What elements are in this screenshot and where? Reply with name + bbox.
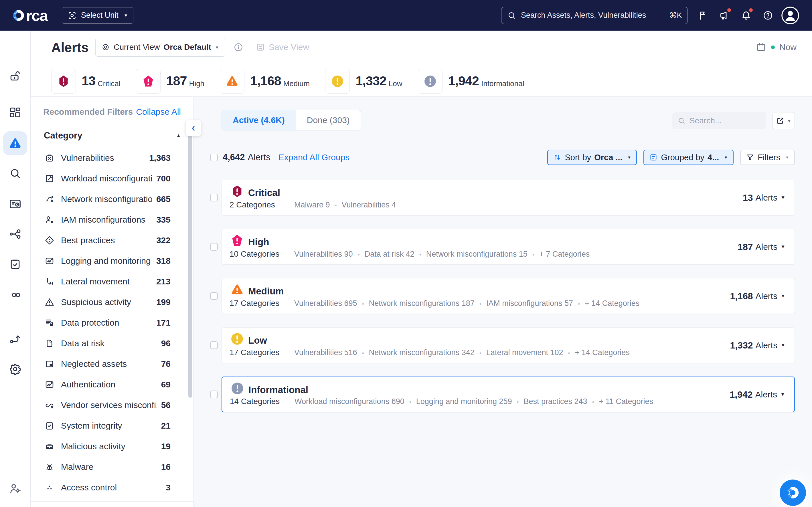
filters-dropdown[interactable]: Filters ▼ [740,150,795,165]
breakdown-more[interactable]: + 7 Categories [528,250,590,259]
orca-logo[interactable]: rca [11,8,48,23]
group-alerts-toggle[interactable]: 13 Alerts ▼ [743,192,786,203]
view-info-button[interactable] [233,42,243,52]
group-card-high[interactable]: High 10 Categories Vulnerabilities 90 Da… [222,229,795,265]
group-checkbox-informational[interactable] [210,391,218,398]
breakdown-more[interactable]: + 11 Categories [587,397,653,406]
group-alerts-toggle[interactable]: 1,168 Alerts ▼ [730,291,786,301]
filter-label: Access control [61,483,117,492]
alerts-search-input[interactable] [689,116,761,126]
group-alerts-toggle[interactable]: 187 Alerts ▼ [738,241,786,252]
filter-access-control[interactable]: Access control 3 [31,477,194,498]
group-card-informational[interactable]: Informational 14 Categories Workload mis… [222,377,795,412]
tab-active[interactable]: Active (4.6K) [222,110,296,130]
filter-iam-misconfigurations[interactable]: IAM misconfigurations 335 [31,210,194,230]
breakdown-item: Best practices 243 [512,397,587,406]
malicious-activity-icon [44,441,55,451]
sidebar-item-account[interactable] [8,482,22,495]
sidebar-item-search[interactable] [8,167,22,180]
group-row-informational: Informational 14 Categories Workload mis… [210,377,795,412]
current-view-dropdown[interactable]: Current View Orca Default ▼ [95,38,225,57]
filter-count: 199 [152,297,171,307]
announcements-button[interactable] [713,5,735,26]
group-checkbox-medium[interactable] [210,292,218,300]
sort-by-dropdown[interactable]: Sort by Orca ... ▼ [547,150,637,165]
chevron-down-icon: ▼ [780,293,786,299]
breakdown-more[interactable]: + 14 Categories [563,348,630,357]
filter-best-practices[interactable]: Best practices 322 [31,230,194,250]
data-at-risk-icon [44,338,55,348]
alert-groups: Critical 2 Categories Malware 9 Vulnerab… [210,180,795,426]
group-row-medium: Medium 17 Categories Vulnerabilities 695… [210,278,795,314]
expand-all-groups-link[interactable]: Expand All Groups [278,153,349,162]
filter-workload-misconfigurations[interactable]: Workload misconfigurati... 700 [31,168,194,189]
group-checkbox-critical[interactable] [210,194,218,202]
filter-lateral-movement[interactable]: Lateral movement 213 [31,271,194,292]
severity-chip-medium[interactable]: 1,168 Medium [220,69,310,94]
high-severity-icon [230,234,244,247]
flags-button[interactable] [692,5,713,26]
collapse-section-icon[interactable]: ▲ [176,133,181,138]
export-button[interactable]: ▼ [772,112,795,129]
collapse-all-link[interactable]: Collapse All [136,107,181,117]
medium-severity-icon [225,75,239,88]
select-unit-dropdown[interactable]: Select Unit ▼ [62,7,133,24]
unlock-icon [9,70,21,82]
vulnerabilities-icon [44,153,55,163]
severity-chip-critical[interactable]: 13 Critical [51,69,120,94]
filter-vendor-services-misconfigurations[interactable]: Vendor services misconfi... 56 [31,395,194,415]
sidebar-item-attack-paths[interactable] [8,227,22,241]
filter-data-protection[interactable]: Data protection 171 [31,313,194,333]
save-view-button[interactable]: Save View [256,42,309,52]
time-range-picker[interactable]: Now [756,42,797,53]
notifications-button[interactable] [735,5,757,26]
global-search-input[interactable] [520,11,665,20]
group-alerts-toggle[interactable]: 1,332 Alerts ▼ [730,340,786,350]
sidebar-item-shift-left[interactable] [8,288,22,302]
group-card-low[interactable]: Low 17 Categories Vulnerabilities 516 Ne… [222,327,795,363]
group-card-medium[interactable]: Medium 17 Categories Vulnerabilities 695… [222,278,795,314]
filter-logging-and-monitoring[interactable]: Logging and monitoring 318 [31,250,194,271]
filter-authentication[interactable]: Authentication 69 [31,374,194,395]
category-section-header[interactable]: Category ▲ [31,117,194,141]
breakdown-more[interactable]: + 14 Categories [573,299,639,308]
panel-collapse-button[interactable]: ‹ [185,120,201,136]
sidebar-item-settings[interactable] [8,362,22,376]
tab-done[interactable]: Done (303) [296,110,361,130]
filter-label: Suspicious activity [61,297,131,307]
sidebar-item-inventory[interactable] [8,197,22,211]
category-section-title: Category [44,130,82,141]
panel-scrollbar[interactable] [188,129,192,398]
sidebar-item-dashboard[interactable] [8,106,22,119]
grouped-by-dropdown[interactable]: Grouped by 4... ▼ [643,150,734,165]
filter-data-at-risk[interactable]: Data at risk 96 [31,333,194,354]
breakdown-item: Network misconfigurations 187 [357,299,475,308]
filter-malicious-activity[interactable]: Malicious activity 19 [31,436,194,457]
alerts-search[interactable] [672,112,766,129]
filter-suspicious-activity[interactable]: Suspicious activity 199 [31,292,194,313]
group-alerts-toggle[interactable]: 1,942 Alerts ▼ [729,389,785,400]
filter-network-misconfigurations[interactable]: Network misconfiguratio... 665 [31,189,194,210]
severity-chip-high[interactable]: 187 High [136,69,205,94]
filter-vulnerabilities[interactable]: Vulnerabilities 1,363 [31,148,194,168]
avatar[interactable] [781,6,799,24]
help-button[interactable] [757,5,779,26]
group-checkbox-low[interactable] [210,341,218,349]
sidebar-item-automations[interactable] [8,332,22,345]
severity-chip-low[interactable]: 1,332 Low [325,69,402,94]
filter-system-integrity[interactable]: System integrity 21 [31,415,194,436]
help-icon [762,10,773,21]
filter-count: 665 [152,194,171,204]
group-checkbox-high[interactable] [210,243,218,250]
sidebar-item-compliance[interactable] [8,257,22,271]
filter-neglected-assets[interactable]: Neglected assets 76 [31,354,194,374]
group-card-critical[interactable]: Critical 2 Categories Malware 9 Vulnerab… [222,180,795,216]
orca-assistant-button[interactable] [780,480,806,506]
critical-count: 13 [82,69,95,93]
sidebar-item-security-score[interactable] [8,69,22,83]
filter-malware[interactable]: Malware 16 [31,457,194,477]
sidebar-item-alerts[interactable] [3,131,27,155]
global-search[interactable]: ⌘K [501,7,688,24]
select-all-checkbox[interactable] [210,154,218,161]
severity-chip-informational[interactable]: 1,942 Informational [418,69,524,94]
